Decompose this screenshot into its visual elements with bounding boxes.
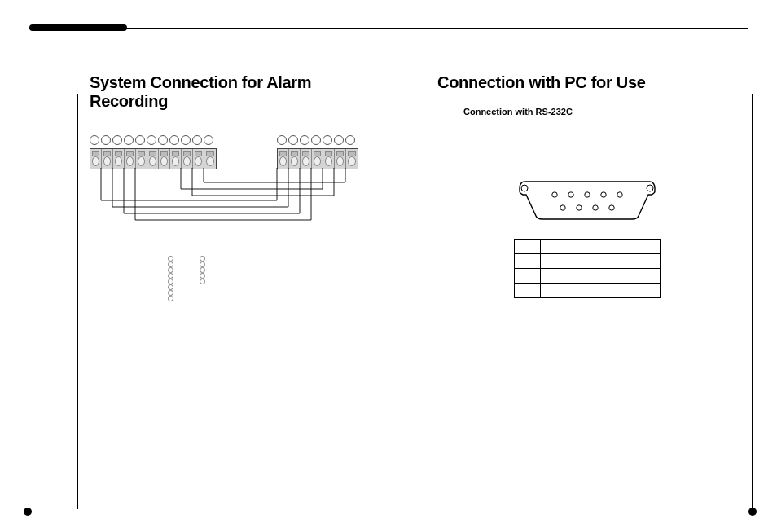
wire-legend <box>168 256 210 301</box>
terminal-block-right <box>277 135 358 169</box>
page-dot-right-icon <box>748 508 757 516</box>
terminal-screw-icon <box>300 135 309 145</box>
page-dot-left-icon <box>24 508 32 516</box>
legend-dot-icon <box>200 273 205 279</box>
terminal-cell <box>182 149 193 169</box>
terminal-cell <box>147 149 159 169</box>
table-row <box>514 254 660 269</box>
terminal-cell <box>312 149 323 169</box>
terminal-cell <box>90 149 102 169</box>
legend-item <box>200 273 210 279</box>
terminal-cell <box>170 149 182 169</box>
legend-item <box>168 273 178 279</box>
pin-name-cell <box>540 269 660 284</box>
terminal-cell <box>323 149 335 169</box>
page-divider-left <box>77 94 78 509</box>
legend-dot-icon <box>200 267 205 273</box>
legend-dot-icon <box>168 296 173 301</box>
terminal-screw-icon <box>90 135 99 145</box>
terminal-cell <box>278 149 289 169</box>
terminal-screw-icon <box>135 135 145 145</box>
terminal-cell <box>159 149 170 169</box>
legend-dot-icon <box>168 284 173 290</box>
svg-point-16 <box>584 192 589 197</box>
svg-point-14 <box>551 192 556 197</box>
terminal-screw-icon <box>124 135 134 145</box>
terminal-block-left <box>90 135 217 169</box>
terminal-screw-icon <box>311 135 321 145</box>
legend-item <box>200 262 210 267</box>
terminal-screw-icon <box>323 135 332 145</box>
left-column: System Connection for Alarm Recording <box>90 73 388 499</box>
table-row <box>514 284 660 298</box>
legend-dot-icon <box>200 279 205 284</box>
terminal-cell <box>125 149 136 169</box>
terminal-cell <box>301 149 312 169</box>
terminal-cell <box>193 149 204 169</box>
legend-dot-icon <box>168 262 173 267</box>
terminal-screw-icon <box>334 135 344 145</box>
terminal-screw-icon <box>147 135 156 145</box>
legend-item <box>200 267 210 273</box>
terminal-screw-icon <box>169 135 179 145</box>
legend-dot-icon <box>168 290 173 296</box>
legend-dot-icon <box>200 256 205 262</box>
pin-number-cell <box>514 269 540 284</box>
right-subheading: Connection with RS-232C <box>463 107 736 117</box>
db9-connector-icon <box>518 178 656 221</box>
terminal-screw-icon <box>181 135 191 145</box>
pin-name-cell <box>540 254 660 269</box>
svg-point-24 <box>647 185 653 191</box>
legend-item <box>168 267 178 273</box>
svg-point-19 <box>560 205 564 210</box>
page-columns: System Connection for Alarm Recording <box>90 73 736 499</box>
legend-item <box>200 256 210 262</box>
terminal-cell <box>346 149 358 169</box>
alarm-diagram <box>90 127 358 355</box>
legend-item <box>168 262 178 267</box>
pin-table <box>514 239 661 298</box>
legend-item <box>168 290 178 296</box>
legend-dot-icon <box>168 273 173 279</box>
pin-number-cell <box>514 254 540 269</box>
terminal-cell <box>204 149 216 169</box>
terminal-screw-icon <box>101 135 111 145</box>
terminal-screw-icon <box>192 135 202 145</box>
svg-point-23 <box>521 185 528 191</box>
left-heading: System Connection for Alarm Recording <box>90 73 388 111</box>
terminal-cell <box>102 149 113 169</box>
terminal-cell <box>136 149 147 169</box>
terminal-screw-icon <box>288 135 298 145</box>
terminal-cell <box>289 149 301 169</box>
pin-name-cell <box>540 240 660 254</box>
legend-dot-icon <box>200 262 205 267</box>
svg-point-15 <box>568 192 573 197</box>
legend-item <box>168 256 178 262</box>
svg-point-20 <box>576 205 581 210</box>
table-row <box>514 269 660 284</box>
legend-dot-icon <box>168 256 173 262</box>
terminal-cell <box>335 149 346 169</box>
pin-number-cell <box>514 240 540 254</box>
terminal-screw-icon <box>158 135 168 145</box>
svg-point-17 <box>600 192 605 197</box>
table-row <box>514 240 660 254</box>
terminal-screw-icon <box>277 135 287 145</box>
legend-item <box>168 296 178 301</box>
right-heading: Connection with PC for Use <box>437 73 736 92</box>
page-divider-right <box>752 94 753 509</box>
legend-item <box>168 284 178 290</box>
svg-point-22 <box>608 205 613 210</box>
terminal-screw-icon <box>112 135 122 145</box>
legend-item <box>168 279 178 284</box>
pin-number-cell <box>514 284 540 298</box>
legend-item <box>200 279 210 284</box>
legend-dot-icon <box>168 267 173 273</box>
terminal-cell <box>113 149 125 169</box>
svg-point-18 <box>617 192 621 197</box>
header-rule <box>29 28 748 29</box>
terminal-screw-icon <box>345 135 355 145</box>
terminal-screw-icon <box>204 135 213 145</box>
pin-name-cell <box>540 284 660 298</box>
right-column: Connection with PC for Use Connection wi… <box>437 73 736 499</box>
